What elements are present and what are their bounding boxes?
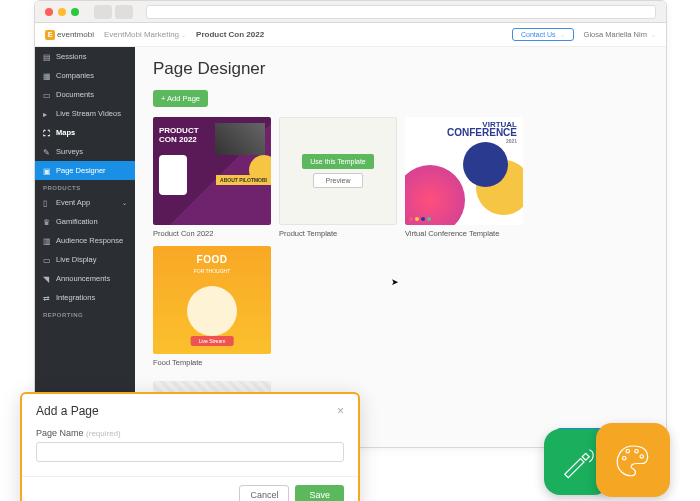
sidebar-item-label: Maps	[56, 128, 75, 137]
chevron-down-icon: ⌄	[122, 199, 127, 206]
sidebar-item-event-app[interactable]: ▯Event App⌄	[35, 193, 135, 212]
map-icon: ⛶	[43, 129, 51, 137]
chevron-down-icon: ⌄	[651, 32, 656, 38]
chevron-down-icon: ⌄	[181, 32, 186, 38]
close-icon[interactable]: ×	[337, 404, 344, 418]
cancel-button[interactable]: Cancel	[239, 485, 289, 501]
breadcrumb-org[interactable]: EventMobi Marketing⌄	[104, 30, 186, 39]
sidebar-item-documents[interactable]: ▭Documents	[35, 85, 135, 104]
monitor-icon: ▭	[43, 256, 51, 264]
sidebar-item-label: Event App	[56, 198, 90, 207]
app-header: E eventmobi EventMobi Marketing⌄ Product…	[35, 23, 666, 47]
browser-window: E eventmobi EventMobi Marketing⌄ Product…	[34, 0, 667, 448]
clipboard-icon: ✎	[43, 148, 51, 156]
sidebar-item-surveys[interactable]: ✎Surveys	[35, 142, 135, 161]
minimize-window-icon[interactable]	[58, 8, 66, 16]
svg-point-1	[626, 450, 630, 454]
card-label: Virtual Conference Template	[405, 229, 523, 238]
sidebar-item-label: Audience Response	[56, 236, 123, 245]
logo-icon: E	[45, 30, 55, 40]
address-bar[interactable]	[146, 5, 656, 19]
chart-icon: ▥	[43, 237, 51, 245]
sidebar-item-page-designer[interactable]: ▣Page Designer	[35, 161, 135, 180]
page-name-label: Page Name (required)	[36, 428, 344, 438]
sidebar-item-sessions[interactable]: ▤Sessions	[35, 47, 135, 66]
preview-button[interactable]: Preview	[313, 173, 364, 188]
file-icon: ▤	[43, 53, 51, 61]
save-button[interactable]: Save	[295, 485, 344, 501]
card-thumb: FOOD FOR THOUGHT Live Stream	[153, 246, 271, 354]
card-thumb: Use this Template Preview	[279, 117, 397, 225]
card-food-template[interactable]: FOOD FOR THOUGHT Live Stream Food Templa…	[153, 246, 271, 367]
card-thumb: VIRTUALCONFERENCE2021	[405, 117, 523, 225]
forward-button[interactable]	[115, 5, 133, 19]
sidebar-item-audience-response[interactable]: ▥Audience Response	[35, 231, 135, 250]
page-title: Page Designer	[153, 59, 648, 79]
logo-text: eventmobi	[57, 30, 94, 39]
sidebar-item-companies[interactable]: ▦Companies	[35, 66, 135, 85]
logo[interactable]: E eventmobi	[45, 30, 94, 40]
chevron-down-icon: ⌄	[560, 32, 565, 38]
card-label: Product Template	[279, 229, 397, 238]
breadcrumb-event[interactable]: Product Con 2022	[196, 30, 264, 39]
contact-us-button[interactable]: Contact Us ⌄	[512, 28, 574, 41]
browser-chrome	[35, 1, 666, 23]
sidebar-item-label: Integrations	[56, 293, 95, 302]
footer-icons	[544, 423, 670, 497]
maximize-window-icon[interactable]	[71, 8, 79, 16]
close-window-icon[interactable]	[45, 8, 53, 16]
add-page-modal: Add a Page × Page Name (required) Cancel…	[20, 392, 360, 501]
sidebar-item-label: Surveys	[56, 147, 83, 156]
user-menu[interactable]: Giosa Mariella Nim ⌄	[584, 30, 656, 39]
sidebar-item-live-display[interactable]: ▭Live Display	[35, 250, 135, 269]
sidebar-item-gamification[interactable]: ♛Gamification	[35, 212, 135, 231]
plug-icon: ⇄	[43, 294, 51, 302]
card-label: Food Template	[153, 358, 271, 367]
card-virtual-conference[interactable]: VIRTUALCONFERENCE2021 Virtual Conference…	[405, 117, 523, 238]
svg-point-2	[635, 450, 639, 454]
modal-title: Add a Page	[36, 404, 99, 418]
sidebar-item-label: Companies	[56, 71, 94, 80]
main-content: Page Designer + Add Page PRODUCTCON 2022…	[135, 47, 666, 447]
sidebar-item-integrations[interactable]: ⇄Integrations	[35, 288, 135, 307]
sidebar-item-label: Page Designer	[56, 166, 106, 175]
sidebar-item-livestream[interactable]: ▸Live Stream Videos	[35, 104, 135, 123]
sidebar-item-announcements[interactable]: ◥Announcements	[35, 269, 135, 288]
sidebar-section-products: PRODUCTS	[35, 180, 135, 193]
page-name-input[interactable]	[36, 442, 344, 462]
card-label: Product Con 2022	[153, 229, 271, 238]
trophy-icon: ♛	[43, 218, 51, 226]
sidebar-item-maps[interactable]: ⛶Maps	[35, 123, 135, 142]
app-body: ▤Sessions ▦Companies ▭Documents ▸Live St…	[35, 47, 666, 447]
sidebar-item-label: Sessions	[56, 52, 86, 61]
sidebar-item-label: Announcements	[56, 274, 110, 283]
page-icon: ▣	[43, 167, 51, 175]
card-product-con[interactable]: PRODUCTCON 2022 ABOUT PILOTMOBI Product …	[153, 117, 271, 238]
sidebar-item-label: Gamification	[56, 217, 98, 226]
sidebar-item-label: Live Display	[56, 255, 96, 264]
sidebar-section-reporting: REPORTING	[35, 307, 135, 320]
building-icon: ▦	[43, 72, 51, 80]
video-icon: ▸	[43, 110, 51, 118]
document-icon: ▭	[43, 91, 51, 99]
add-page-button[interactable]: + Add Page	[153, 90, 208, 107]
sidebar-item-label: Documents	[56, 90, 94, 99]
svg-point-0	[623, 457, 627, 461]
phone-icon: ▯	[43, 199, 51, 207]
template-cards: PRODUCTCON 2022 ABOUT PILOTMOBI Product …	[153, 117, 648, 367]
sidebar: ▤Sessions ▦Companies ▭Documents ▸Live St…	[35, 47, 135, 447]
back-button[interactable]	[94, 5, 112, 19]
sidebar-item-label: Live Stream Videos	[56, 109, 121, 118]
traffic-lights	[45, 8, 79, 16]
megaphone-icon: ◥	[43, 275, 51, 283]
nav-arrows	[94, 5, 133, 19]
svg-point-3	[640, 455, 644, 459]
use-template-button[interactable]: Use this Template	[302, 154, 374, 169]
palette-icon[interactable]	[596, 423, 670, 497]
card-product-template[interactable]: Use this Template Preview Product Templa…	[279, 117, 397, 238]
card-thumb: PRODUCTCON 2022 ABOUT PILOTMOBI	[153, 117, 271, 225]
